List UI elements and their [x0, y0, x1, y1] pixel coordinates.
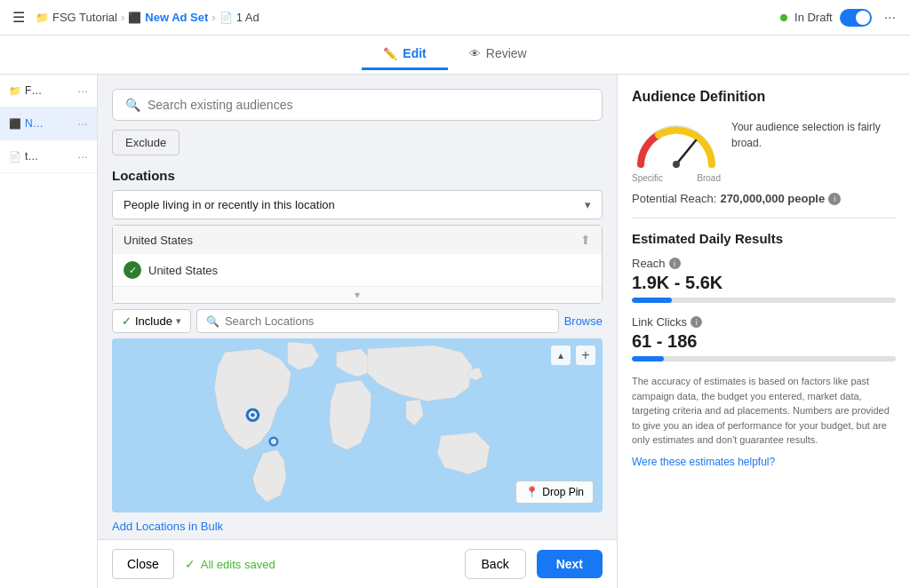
location-check-icon: ✓	[124, 261, 141, 279]
saved-label: All edits saved	[201, 558, 275, 571]
next-button[interactable]: Next	[537, 550, 603, 578]
location-type-label: People living in or recently in this loc…	[124, 198, 335, 211]
gauge-wrap: Specific Broad	[632, 115, 721, 183]
search-audiences-bar[interactable]: 🔍	[112, 89, 603, 121]
scroll-up-icon[interactable]: ⬆	[580, 233, 591, 247]
sidebar-item-t[interactable]: 📄 t… ···	[0, 140, 97, 173]
breadcrumb-newadset[interactable]: New Ad Set	[145, 11, 208, 24]
locations-section: Locations People living in or recently i…	[112, 168, 603, 533]
breadcrumb-1ad[interactable]: 1 Ad	[236, 11, 259, 24]
back-button[interactable]: Back	[465, 549, 526, 579]
svg-point-7	[673, 161, 680, 168]
edit-icon: ✏️	[383, 47, 397, 60]
audience-definition-title: Audience Definition	[632, 89, 896, 105]
breadcrumb-sep-2: ›	[212, 11, 215, 24]
bottom-bar: Close ✓ All edits saved Back Next	[98, 539, 617, 588]
map-zoom-in-button[interactable]: +	[576, 346, 595, 365]
exclude-button[interactable]: Exclude	[112, 130, 180, 155]
sidebar-item-n[interactable]: ⬛ N… ···	[0, 107, 97, 140]
locations-title: Locations	[112, 168, 603, 183]
breadcrumb-fsg[interactable]: FSG Tutorial	[52, 11, 117, 24]
audience-description: Your audience selection is fairly broad.	[731, 115, 896, 151]
location-box-header: United States ⬆	[113, 226, 602, 254]
sidebar-toggle-button[interactable]: ☰	[9, 5, 28, 29]
sidebar-folder-icon: 📁	[9, 85, 21, 97]
search-locations-icon: 🔍	[206, 315, 220, 328]
gauge-broad-label: Broad	[697, 173, 721, 183]
add-locations-bulk-link[interactable]: Add Locations in Bulk	[112, 520, 603, 533]
edit-label: Edit	[403, 46, 426, 60]
location-item: ✓ United States	[113, 254, 602, 286]
reach-value: 270,000,000 people	[720, 192, 825, 205]
svg-point-3	[251, 413, 255, 417]
sidebar-f-dots[interactable]: ···	[77, 83, 88, 98]
svg-line-6	[676, 140, 696, 164]
panel-divider	[632, 218, 896, 219]
link-clicks-value: 61 - 186	[632, 331, 896, 352]
toggle-switch[interactable]	[840, 9, 872, 27]
reach-label: Potential Reach:	[632, 192, 716, 205]
close-button[interactable]: Close	[112, 549, 174, 579]
browse-link[interactable]: Browse	[564, 314, 603, 328]
link-clicks-metric-label: Link Clicks i	[632, 315, 896, 329]
reach-metric-value: 1.9K - 5.6K	[632, 273, 896, 293]
location-type-dropdown[interactable]: People living in or recently in this loc…	[112, 190, 603, 219]
reach-metric-text: Reach	[632, 257, 666, 270]
sidebar-f-label: F…	[25, 84, 42, 97]
location-box: United States ⬆ ✓ United States ▾	[112, 225, 603, 304]
sidebar: 📁 F… ··· ⬛ N… ··· 📄 t… ···	[0, 75, 98, 588]
drop-pin-button[interactable]: 📍 Drop Pin	[515, 481, 594, 504]
search-icon: 🔍	[125, 98, 140, 112]
review-icon: 👁	[469, 47, 481, 60]
sidebar-item-f[interactable]: 📁 F… ···	[0, 75, 97, 107]
sidebar-n-label: N…	[25, 117, 44, 130]
breadcrumb: 📁 FSG Tutorial › ⬛ New Ad Set › 📄 1 Ad	[36, 11, 259, 24]
sidebar-t-dots[interactable]: ···	[77, 149, 88, 163]
audience-gauge	[632, 115, 721, 171]
search-locations-input[interactable]	[225, 314, 549, 328]
breadcrumb-newadset-icon: ⬛	[128, 12, 141, 24]
status-dot	[780, 14, 787, 21]
sidebar-t-icon: 📄	[9, 151, 21, 163]
tab-review[interactable]: 👁 Review	[448, 39, 548, 70]
sidebar-n-dots[interactable]: ···	[77, 116, 88, 131]
map-collapse-button[interactable]: ▴	[551, 346, 571, 365]
potential-reach: Potential Reach: 270,000,000 people i	[632, 192, 896, 205]
search-audiences-input[interactable]	[148, 98, 589, 112]
reach-bar-fill	[632, 298, 672, 303]
right-panel: Audience Definition	[617, 75, 910, 588]
location-name: United States	[148, 264, 218, 277]
center-content: 🔍 Exclude Locations People living in or …	[98, 75, 617, 588]
reach-metric-bar	[632, 298, 896, 303]
include-check-icon: ✓	[122, 314, 132, 328]
sidebar-t-label: t…	[25, 150, 38, 163]
search-locations-bar[interactable]: 🔍	[196, 309, 559, 333]
helpful-link[interactable]: Were these estimates helpful?	[632, 456, 775, 468]
reach-info-icon[interactable]: i	[828, 193, 841, 205]
breadcrumb-folder-icon: 📁	[36, 12, 49, 24]
gauge-specific-label: Specific	[632, 173, 663, 183]
svg-point-5	[271, 439, 276, 444]
drop-pin-label: Drop Pin	[542, 486, 584, 498]
pin-icon: 📍	[525, 486, 539, 498]
estimated-daily-title: Estimated Daily Results	[632, 231, 896, 246]
link-clicks-text: Link Clicks	[632, 315, 687, 329]
dropdown-arrow-icon: ▾	[585, 198, 591, 211]
reach-metric-label: Reach i	[632, 257, 896, 270]
status-label: In Draft	[794, 11, 833, 24]
audience-definition-section: Audience Definition	[632, 89, 896, 205]
estimate-note: The accuracy of estimates is based on fa…	[632, 374, 896, 448]
map-container: ▴ + 📍 Drop Pin	[112, 338, 603, 513]
include-label: Include	[135, 314, 172, 328]
reach-metric-info-icon[interactable]: i	[669, 258, 681, 269]
link-clicks-bar-fill	[632, 356, 664, 362]
sidebar-n-icon: ⬛	[9, 118, 21, 130]
include-chevron-icon: ▾	[176, 315, 181, 327]
more-options-button[interactable]: ···	[879, 6, 901, 29]
link-clicks-bar	[632, 356, 896, 362]
link-clicks-info-icon[interactable]: i	[690, 316, 702, 328]
estimated-daily-section: Estimated Daily Results Reach i 1.9K - 5…	[632, 231, 896, 468]
breadcrumb-sep-1: ›	[121, 11, 124, 24]
include-button[interactable]: ✓ Include ▾	[112, 309, 191, 333]
tab-edit[interactable]: ✏️ Edit	[362, 39, 447, 70]
